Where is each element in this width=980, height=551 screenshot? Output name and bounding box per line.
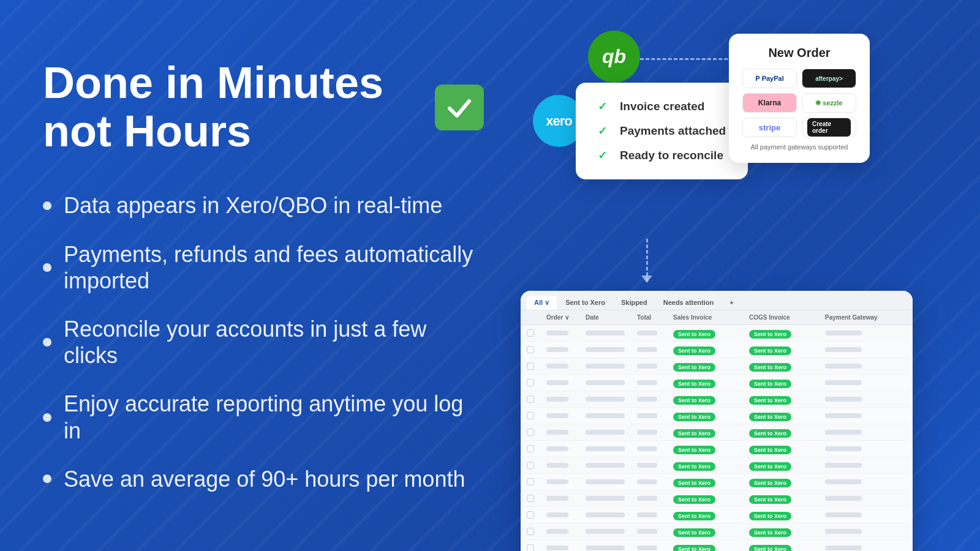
row-cogs-invoice-9: Sent to Xero [749, 476, 823, 487]
klarna-logo: Klarna [742, 93, 797, 113]
row-total-4 [637, 397, 671, 402]
bullet-text-2: Reconcile your accounts in just a few cl… [64, 316, 484, 369]
row-date-13 [586, 545, 635, 550]
row-order-6 [546, 430, 583, 435]
row-order-11 [546, 512, 583, 517]
table-row[interactable]: Sent to Xero Sent to Xero [521, 342, 913, 358]
row-payment-gateway-11 [825, 512, 886, 517]
table-row[interactable]: Sent to Xero Sent to Xero [521, 441, 913, 457]
row-payment-gateway-13 [825, 545, 886, 550]
table-row[interactable]: Sent to Xero Sent to Xero [521, 457, 913, 474]
row-sales-invoice-9: Sent to Xero [673, 476, 747, 487]
row-order-1 [546, 347, 583, 352]
bullet-text-4: Save an average of 90+ hours per month [64, 466, 465, 492]
table-tabs: All ∨ Sent to Xero Skipped Needs attenti… [521, 291, 913, 310]
invoice-item-payments: ✓ Payments attached [598, 124, 726, 138]
row-cogs-invoice-13: Sent to Xero [749, 542, 823, 551]
paypal-logo: P PayPal [742, 69, 797, 88]
create-order-button[interactable]: Create order [802, 118, 856, 137]
row-order-4 [546, 397, 583, 402]
row-date-0 [586, 331, 635, 335]
invoice-created-label: Invoice created [620, 100, 704, 113]
row-checkbox-6[interactable] [527, 429, 544, 436]
row-checkbox-3[interactable] [527, 379, 544, 386]
table-row[interactable]: Sent to Xero Sent to Xero [521, 474, 913, 490]
row-order-8 [546, 463, 583, 468]
payment-logos-grid: P PayPal afterpay> Klarna ❋ sezzle strip… [742, 69, 856, 137]
row-cogs-invoice-5: Sent to Xero [749, 410, 823, 421]
bullet-item-0: Data appears in Xero/QBO in real-time [43, 192, 484, 219]
row-checkbox-0[interactable] [527, 329, 544, 337]
row-sales-invoice-11: Sent to Xero [673, 509, 747, 520]
row-order-10 [546, 496, 583, 501]
row-sales-invoice-4: Sent to Xero [673, 394, 747, 405]
bullet-dot-2 [43, 338, 51, 347]
row-checkbox-1[interactable] [527, 346, 544, 353]
row-total-13 [637, 545, 671, 550]
row-total-2 [637, 364, 671, 369]
row-checkbox-4[interactable] [527, 395, 544, 403]
row-total-9 [637, 479, 671, 484]
row-checkbox-12[interactable] [527, 528, 544, 535]
check-icon-2: ✓ [598, 124, 611, 138]
col-order[interactable]: Order ∨ [546, 314, 583, 321]
row-cogs-invoice-0: Sent to Xero [749, 328, 823, 339]
col-date[interactable]: Date [586, 314, 635, 321]
tab-sent-to-xero[interactable]: Sent to Xero [558, 296, 612, 310]
row-checkbox-11[interactable] [527, 511, 544, 519]
row-cogs-invoice-7: Sent to Xero [749, 443, 823, 454]
table-row[interactable]: Sent to Xero Sent to Xero [521, 507, 913, 523]
row-checkbox-2[interactable] [527, 362, 544, 370]
tab-more[interactable]: + [722, 296, 741, 310]
table-row[interactable]: Sent to Xero Sent to Xero [521, 424, 913, 441]
row-payment-gateway-6 [825, 430, 886, 435]
table-row[interactable]: Sent to Xero Sent to Xero [521, 391, 913, 408]
col-checkbox [527, 314, 544, 321]
row-checkbox-5[interactable] [527, 412, 544, 419]
table-row[interactable]: Sent to Xero Sent to Xero [521, 408, 913, 424]
row-date-4 [586, 397, 635, 402]
row-total-11 [637, 512, 671, 517]
bullet-item-2: Reconcile your accounts in just a few cl… [43, 316, 484, 369]
row-date-8 [586, 463, 635, 468]
row-total-8 [637, 463, 671, 468]
table-row[interactable]: Sent to Xero Sent to Xero [521, 490, 913, 507]
tab-all[interactable]: All ∨ [527, 296, 557, 310]
row-checkbox-13[interactable] [527, 544, 544, 551]
feature-list: Data appears in Xero/QBO in real-timePay… [43, 192, 484, 492]
row-checkbox-9[interactable] [527, 478, 544, 485]
row-sales-invoice-6: Sent to Xero [673, 427, 747, 438]
row-cogs-invoice-11: Sent to Xero [749, 509, 823, 520]
tab-skipped[interactable]: Skipped [614, 296, 655, 310]
col-total: Total [637, 314, 671, 321]
bullet-dot-4 [43, 474, 51, 483]
row-total-6 [637, 430, 671, 435]
bullet-text-0: Data appears in Xero/QBO in real-time [64, 192, 442, 219]
row-payment-gateway-5 [825, 413, 886, 418]
payments-attached-label: Payments attached [620, 124, 726, 138]
table-row[interactable]: Sent to Xero Sent to Xero [521, 375, 913, 391]
new-order-title: New Order [742, 46, 856, 60]
row-total-1 [637, 347, 671, 352]
table-row[interactable]: Sent to Xero Sent to Xero [521, 523, 913, 540]
row-checkbox-7[interactable] [527, 445, 544, 452]
row-date-12 [586, 529, 635, 534]
row-order-0 [546, 331, 583, 335]
data-table[interactable]: All ∨ Sent to Xero Skipped Needs attenti… [521, 291, 913, 551]
row-payment-gateway-7 [825, 446, 886, 451]
right-panel: qb xero ✓ Invoice created ✓ Payments att… [527, 0, 980, 551]
row-order-3 [546, 380, 583, 385]
row-checkbox-8[interactable] [527, 462, 544, 469]
xero-text: xero [546, 113, 571, 129]
row-payment-gateway-0 [825, 331, 886, 335]
tab-needs-attention[interactable]: Needs attention [656, 296, 722, 310]
row-payment-gateway-1 [825, 347, 886, 352]
row-sales-invoice-13: Sent to Xero [673, 542, 747, 551]
row-checkbox-10[interactable] [527, 495, 544, 502]
table-row[interactable]: Sent to Xero Sent to Xero [521, 358, 913, 375]
row-date-9 [586, 479, 635, 484]
left-panel: Done in Minutes not Hours Data appears i… [0, 0, 527, 551]
table-row[interactable]: Sent to Xero Sent to Xero [521, 325, 913, 342]
bullet-item-4: Save an average of 90+ hours per month [43, 466, 484, 492]
table-row[interactable]: Sent to Xero Sent to Xero [521, 540, 913, 551]
